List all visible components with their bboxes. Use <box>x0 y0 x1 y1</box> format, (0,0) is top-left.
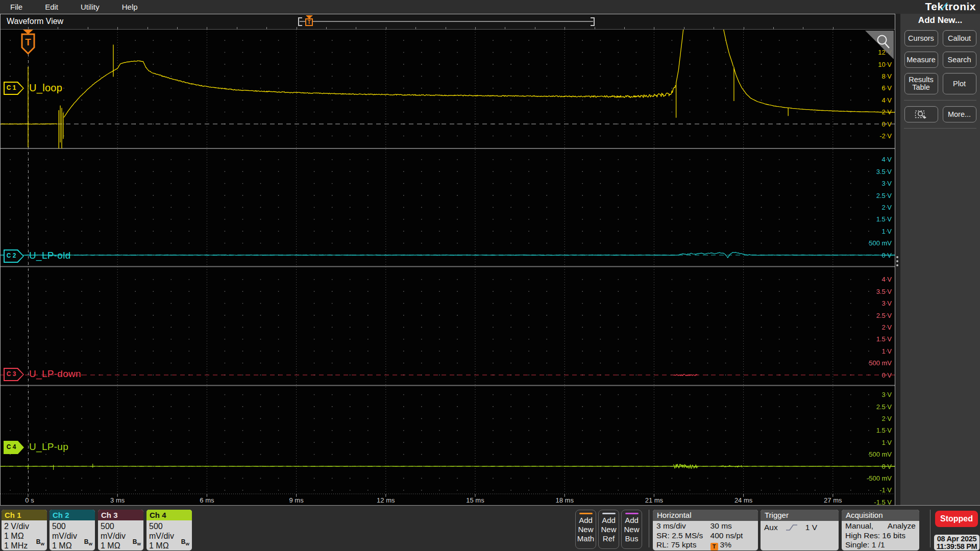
bandwidth-limit-icon: BW <box>36 537 44 549</box>
svg-text:1.5 V: 1.5 V <box>876 335 892 343</box>
trigger-panel-title: Trigger <box>761 510 839 521</box>
svg-text:2.5 V: 2.5 V <box>876 403 892 411</box>
svg-text:-1 V: -1 V <box>879 486 892 494</box>
divider <box>930 510 930 547</box>
channel-tag-ch2[interactable]: C 2 <box>4 249 24 263</box>
zoom-select-icon <box>915 109 928 119</box>
trace-U_LP-down <box>673 374 697 376</box>
add-new-bus-button[interactable]: AddNewBus <box>621 510 642 549</box>
svg-text:0 V: 0 V <box>881 371 892 379</box>
menu-help[interactable]: Help <box>111 3 149 11</box>
waveform-view-title: Waveform View <box>7 17 63 26</box>
bandwidth-limit-icon: BW <box>181 537 189 549</box>
trace-U_LP-up <box>1 464 895 470</box>
horizontal-scale: 3 ms/div <box>656 521 710 531</box>
channel-tag-label: C 3 <box>4 370 19 378</box>
acquisition-panel[interactable]: Acquisition Manual,Analyze High Res: 16 … <box>842 510 919 550</box>
channel-tag-label: C 1 <box>4 84 19 91</box>
svg-text:500 mV: 500 mV <box>869 450 892 458</box>
acquisition-panel-title: Acquisition <box>842 510 919 521</box>
volt-axis-ch2: 4 V3.5 V3 V2.5 V2 V1.5 V1 V500 mV0 V <box>869 156 892 259</box>
slider-trigger-marker[interactable]: T <box>305 15 313 26</box>
svg-text:2 V: 2 V <box>881 415 892 422</box>
trigger-panel[interactable]: Trigger Aux 1 V <box>761 510 839 550</box>
pane-splitter-handle[interactable] <box>896 256 898 266</box>
channel-badge-ch3[interactable]: Ch 3500 mV/div1 MΩ1 MHzBW <box>98 510 143 550</box>
trace-U_loop <box>1 30 895 149</box>
svg-text:9 ms: 9 ms <box>289 496 304 504</box>
svg-text:0 V: 0 V <box>881 120 892 128</box>
channel-tag-label: C 4 <box>4 443 19 450</box>
horizontal-position-slider[interactable]: T <box>298 17 595 26</box>
svg-text:1 V: 1 V <box>881 228 892 235</box>
slider-track-line <box>300 21 593 22</box>
sidebar-button-zoom-select[interactable] <box>904 106 938 122</box>
slice-separator[interactable] <box>1 385 895 386</box>
trace-U_LP-old <box>1 252 895 258</box>
waveform-svg: 12 V10 V8 V6 V4 V2 V0 V-2 V4 V3.5 V3 V2.… <box>1 30 895 506</box>
svg-text:2 V: 2 V <box>881 323 892 331</box>
svg-text:8 V: 8 V <box>881 72 892 80</box>
svg-text:4 V: 4 V <box>881 156 892 163</box>
channel-tag-label: C 2 <box>4 252 19 259</box>
svg-text:21 ms: 21 ms <box>645 496 664 504</box>
volt-axis-ch4: 3 V2.5 V2 V1.5 V1 V500 mV0 V-500 mV-1 V-… <box>867 391 892 506</box>
sidebar-button-search[interactable]: Search <box>943 52 976 68</box>
time-axis: 0 s3 ms6 ms9 ms12 ms15 ms18 ms21 ms24 ms… <box>25 496 842 504</box>
svg-text:3.5 V: 3.5 V <box>876 288 892 295</box>
acquisition-analyze: Analyze <box>888 521 916 531</box>
add-new-ref-button[interactable]: AddNewRef <box>598 510 619 549</box>
horizontal-panel[interactable]: Horizontal 3 ms/div30 ms SR: 2.5 MS/s400… <box>653 510 758 550</box>
record-length: RL: 75 kpts <box>656 540 710 550</box>
channel-tag-ch4[interactable]: C 4 <box>4 441 24 454</box>
svg-text:3.5 V: 3.5 V <box>876 168 892 176</box>
slice-separator[interactable] <box>1 148 895 149</box>
menu-utility[interactable]: Utility <box>69 3 111 11</box>
bandwidth-limit-icon: BW <box>133 537 141 549</box>
add-new-math-button[interactable]: AddNewMath <box>575 510 596 549</box>
sidebar-button-plot[interactable]: Plot <box>943 73 976 94</box>
trigger-source: Aux <box>764 523 778 533</box>
channel-name-label-ch3: U_LP-down <box>29 368 81 380</box>
channel-badge-settings: 2 V/div1 MΩ1 MHzBW <box>2 520 47 550</box>
acquisition-single: Single: 1 /1 <box>845 540 916 550</box>
channel-badge-title: Ch 2 <box>50 510 95 520</box>
volt-axis-ch3: 4 V3.5 V3 V2.5 V2 V1.5 V1 V500 mV0 V <box>869 276 892 379</box>
sidebar-button-callout[interactable]: Callout <box>943 30 976 46</box>
channel-tag-ch3[interactable]: C 3 <box>4 368 24 381</box>
menu-edit[interactable]: Edit <box>34 3 69 11</box>
trigger-flag[interactable]: T <box>22 30 34 54</box>
trigger-t-icon: T <box>305 18 313 26</box>
trigger-level: 1 V <box>805 523 817 533</box>
svg-text:-500 mV: -500 mV <box>867 474 892 482</box>
run-stop-button[interactable]: Stopped <box>935 511 978 527</box>
svg-text:1 V: 1 V <box>881 347 892 355</box>
time-text: 11:39:58 PM <box>937 543 977 550</box>
channel-badge-title: Ch 4 <box>146 510 192 520</box>
trigger-position: T3% <box>710 540 754 550</box>
oscilloscope-app: File Edit Utility Help Tek∕tronix Wavefo… <box>0 0 980 551</box>
svg-text:3 V: 3 V <box>881 299 892 307</box>
slice-separator[interactable] <box>1 266 895 267</box>
svg-text:10 V: 10 V <box>878 61 892 68</box>
svg-text:3 V: 3 V <box>881 180 892 187</box>
channel-tag-ch1[interactable]: C 1 <box>4 82 24 95</box>
waveform-plot-area[interactable]: 12 V10 V8 V6 V4 V2 V0 V-2 V4 V3.5 V3 V2.… <box>1 30 895 506</box>
channel-badge-ch1[interactable]: Ch 12 V/div1 MΩ1 MHzBW <box>2 510 47 550</box>
sidebar-button-cursors[interactable]: Cursors <box>904 30 938 46</box>
sidebar-button-measure[interactable]: Measure <box>904 52 938 68</box>
sidebar-divider <box>904 100 976 101</box>
channel-badge-ch2[interactable]: Ch 2500 mV/div1 MΩ1 MHzBW <box>50 510 95 550</box>
svg-text:1 V: 1 V <box>881 439 892 446</box>
menu-file[interactable]: File <box>0 3 34 11</box>
sidebar-button-more[interactable]: More... <box>943 106 976 122</box>
sidebar-button-results-table[interactable]: Results Table <box>904 73 938 94</box>
divider <box>649 510 649 547</box>
svg-text:2 V: 2 V <box>881 204 892 211</box>
svg-text:4 V: 4 V <box>881 96 892 104</box>
channel-badge-ch4[interactable]: Ch 4500 mV/div1 MΩ1 MHzBW <box>146 510 192 550</box>
math-color-chip <box>579 513 593 514</box>
acquisition-mode: Manual, <box>845 521 873 531</box>
waveform-panel: Waveform View T 12 V10 V8 V6 V4 V2 V0 V-… <box>0 14 895 505</box>
svg-text:-1.5 V: -1.5 V <box>874 498 892 506</box>
